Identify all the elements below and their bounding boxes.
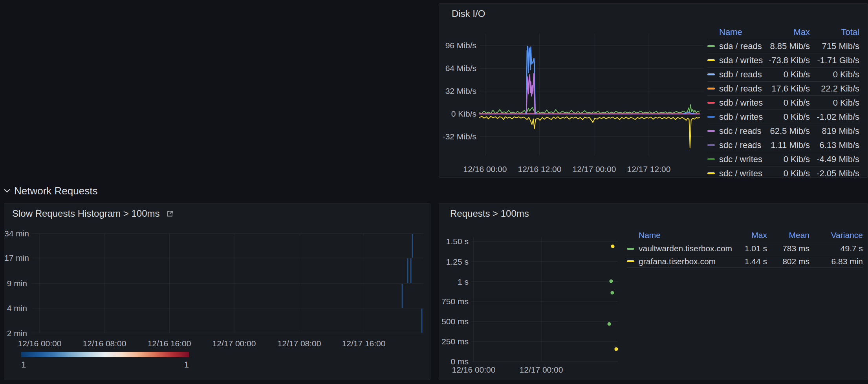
table-row: sdc / writes 0 Kib/s -2.05 Mib/s xyxy=(707,166,859,178)
req-y-tick: 500 ms xyxy=(439,317,469,326)
panel-title-slow-requests-histogram[interactable]: Slow Requests Histogram > 100ms xyxy=(12,208,160,219)
series-max: 0 Kib/s xyxy=(767,98,810,108)
table-row: sdc / writes 0 Kib/s -4.49 Mib/s xyxy=(707,152,859,166)
req-y-tick: 1 s xyxy=(439,277,469,287)
panel-requests-over-100ms: Requests > 100ms 1.50 s 1.25 s 1 s 750 m… xyxy=(439,203,868,380)
req-x-tick: 12/17 00:00 xyxy=(512,365,571,375)
heatmap-color-scale xyxy=(21,352,189,357)
disk-y-tick: -32 Mib/s xyxy=(439,132,476,141)
legend-header-total[interactable]: Total xyxy=(810,27,859,37)
disk-x-tick: 12/16 12:00 xyxy=(510,165,569,174)
section-network-requests[interactable]: Network Requests xyxy=(4,184,97,198)
table-row: sdc / reads 62.5 Mib/s 819 Mib/s xyxy=(707,124,859,138)
series-name[interactable]: grafana.tiserbox.com xyxy=(639,257,732,266)
series-name[interactable]: sdb / reads xyxy=(719,84,767,94)
series-max: 1.44 s xyxy=(732,257,767,266)
series-name[interactable]: sdc / writes xyxy=(719,168,767,178)
heatmap-scale-max: 1 xyxy=(176,360,189,370)
slow-requests-heatmap-chart[interactable] xyxy=(32,230,424,336)
legend-header-name[interactable]: Name xyxy=(719,27,767,37)
series-color-swatch xyxy=(627,248,639,250)
series-total: -4.49 Mib/s xyxy=(810,154,859,165)
series-name[interactable]: sdc / reads xyxy=(719,126,767,136)
series-total: -1.71 Gib/s xyxy=(810,55,859,66)
panel-title-requests-over-100ms[interactable]: Requests > 100ms xyxy=(450,208,529,219)
hist-x-tick: 12/16 00:00 xyxy=(8,339,71,348)
series-name[interactable]: sdc / reads xyxy=(719,140,767,150)
series-name[interactable]: sdb / writes xyxy=(719,112,767,122)
series-variance: 49.7 s xyxy=(809,244,863,253)
table-row: sda / reads 8.85 Mib/s 715 Mib/s xyxy=(707,39,859,53)
legend-header-max[interactable]: Max xyxy=(767,27,810,37)
series-total: -1.02 Mib/s xyxy=(810,112,859,122)
hist-y-tick: 2 min xyxy=(4,329,27,338)
series-name[interactable]: sdc / writes xyxy=(719,154,767,165)
disk-x-tick: 12/17 00:00 xyxy=(565,165,624,174)
series-color-swatch xyxy=(707,172,719,174)
legend-header-name[interactable]: Name xyxy=(639,230,732,240)
table-row: grafana.tiserbox.com 1.44 s 802 ms 6.83 … xyxy=(627,255,863,268)
table-row: sdc / reads 1.11 Mib/s 6.13 Mib/s xyxy=(707,138,859,152)
series-total: 715 Mib/s xyxy=(810,41,859,51)
series-max: 0 Kib/s xyxy=(767,69,810,80)
chevron-down-icon[interactable] xyxy=(4,189,10,193)
panel-title-disk-io[interactable]: Disk I/O xyxy=(452,8,485,19)
table-row: sdb / reads 17.6 Kib/s 22.2 Kib/s xyxy=(707,81,859,95)
series-max: 1.11 Mib/s xyxy=(767,140,810,150)
panel-disk-io: Disk I/O 96 Mib/s 64 Mib/s 32 Mib/s 0 Ki… xyxy=(439,3,868,178)
legend-header-variance[interactable]: Variance xyxy=(809,230,863,240)
disk-y-tick: 0 Kib/s xyxy=(439,109,476,119)
series-name[interactable]: sda / reads xyxy=(719,41,767,51)
series-color-swatch xyxy=(707,130,719,132)
table-row: sdb / reads 0 Kib/s 0 Kib/s xyxy=(707,67,859,81)
grafana-dashboard: { "colors": { "page_bg": "#111217", "pan… xyxy=(0,0,868,384)
requests-scatter-chart[interactable] xyxy=(472,234,618,364)
table-row: vaultwarden.tiserbox.com 1.01 s 783 ms 4… xyxy=(627,242,863,255)
series-color-swatch xyxy=(707,73,719,75)
series-max: 0 Kib/s xyxy=(767,168,810,178)
series-mean: 802 ms xyxy=(767,257,809,266)
series-max: -73.8 Kib/s xyxy=(767,55,810,66)
series-total: 0 Kib/s xyxy=(810,98,859,108)
series-color-swatch xyxy=(707,88,719,90)
series-color-swatch xyxy=(627,260,639,262)
req-x-tick: 12/16 00:00 xyxy=(444,365,503,375)
req-y-tick: 1.25 s xyxy=(439,257,469,267)
disk-io-legend-table: Name Max Total sda / reads 8.85 Mib/s 71… xyxy=(707,26,859,178)
disk-x-tick: 12/17 12:00 xyxy=(619,165,678,174)
hist-x-tick: 12/17 00:00 xyxy=(203,339,266,348)
series-max: 1.01 s xyxy=(732,244,767,253)
disk-io-chart[interactable] xyxy=(480,34,703,161)
series-color-swatch xyxy=(707,116,719,118)
disk-y-tick: 96 Mib/s xyxy=(439,41,476,50)
series-max: 8.85 Mib/s xyxy=(767,41,810,51)
hist-y-tick: 17 min xyxy=(4,253,27,263)
series-name[interactable]: sdb / reads xyxy=(719,69,767,80)
hist-y-tick: 34 min xyxy=(4,229,27,238)
series-color-swatch xyxy=(707,158,719,160)
series-total: 819 Mib/s xyxy=(810,126,859,136)
series-total: 0 Kib/s xyxy=(810,69,859,80)
section-title[interactable]: Network Requests xyxy=(14,185,97,197)
disk-y-tick: 64 Mib/s xyxy=(439,64,476,73)
table-row: sdb / writes 0 Kib/s -1.02 Mib/s xyxy=(707,110,859,124)
legend-header-max[interactable]: Max xyxy=(732,230,767,240)
hist-x-tick: 12/16 08:00 xyxy=(73,339,136,348)
hist-x-tick: 12/16 16:00 xyxy=(138,339,201,348)
series-max: 0 Kib/s xyxy=(767,112,810,122)
series-name[interactable]: sda / writes xyxy=(719,55,767,66)
series-max: 17.6 Kib/s xyxy=(767,84,810,94)
series-total: 22.2 Kib/s xyxy=(810,84,859,94)
hist-x-tick: 12/17 16:00 xyxy=(332,339,395,348)
series-color-swatch xyxy=(707,102,719,104)
requests-legend-table: Name Max Mean Variance vaultwarden.tiser… xyxy=(627,229,863,268)
legend-header-mean[interactable]: Mean xyxy=(767,230,809,240)
req-y-tick: 750 ms xyxy=(439,297,469,306)
series-name[interactable]: sdb / writes xyxy=(719,98,767,108)
hist-x-tick: 12/17 08:00 xyxy=(268,339,331,348)
series-color-swatch xyxy=(707,45,719,47)
external-link-icon[interactable] xyxy=(166,210,174,218)
series-name[interactable]: vaultwarden.tiserbox.com xyxy=(639,244,732,253)
req-y-tick: 1.50 s xyxy=(439,237,469,246)
series-max: 62.5 Mib/s xyxy=(767,126,810,136)
